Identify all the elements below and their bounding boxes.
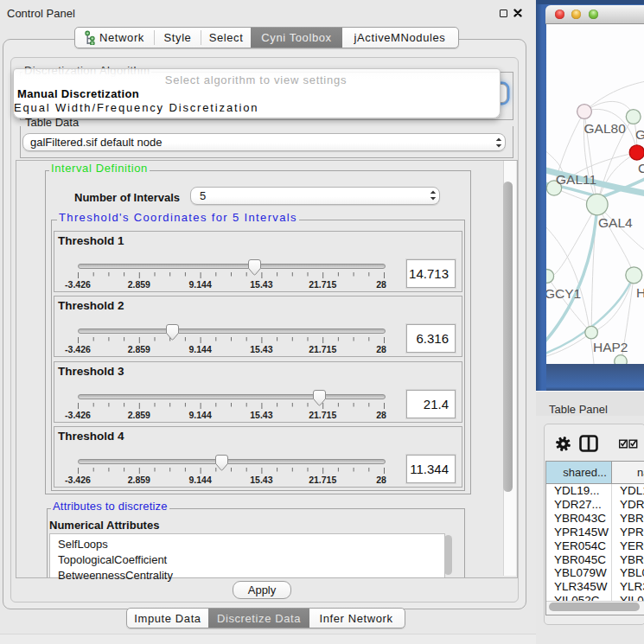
svg-text:HAP2: HAP2 (593, 340, 628, 354)
svg-text:GAL11: GAL11 (556, 172, 596, 187)
svg-text:GAL80: GAL80 (584, 121, 627, 136)
svg-text:H: H (636, 285, 644, 300)
svg-text:G.: G. (635, 127, 644, 142)
svg-text:GAL4: GAL4 (598, 215, 633, 230)
svg-text:GCY1: GCY1 (546, 286, 581, 301)
svg-text:C.: C. (638, 161, 644, 175)
